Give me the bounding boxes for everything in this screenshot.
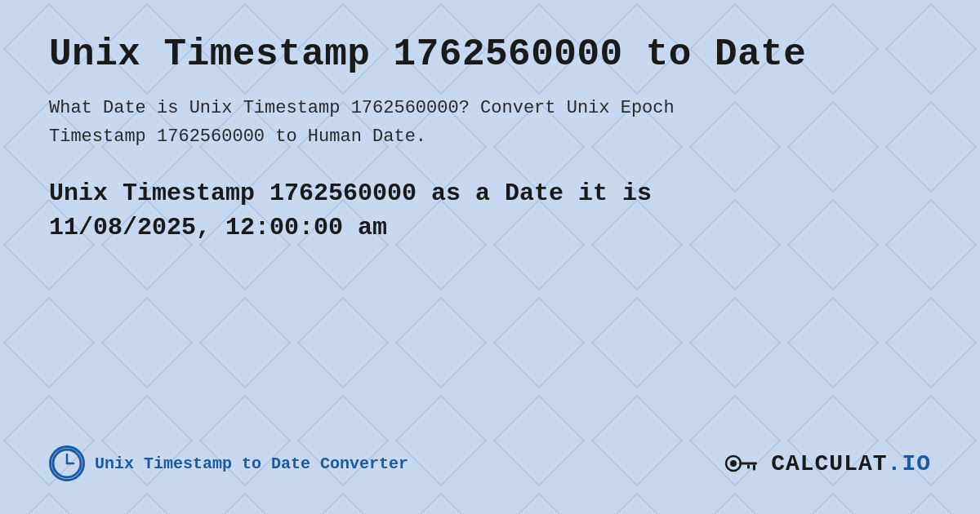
brand-name: CALCULAT.IO	[771, 451, 931, 476]
svg-point-9	[53, 450, 81, 477]
svg-rect-14	[739, 463, 757, 465]
brand-icon	[724, 447, 764, 480]
page-title: Unix Timestamp 1762560000 to Date	[49, 33, 931, 78]
svg-rect-15	[753, 465, 755, 471]
footer-converter-link[interactable]: Unix Timestamp to Date Converter	[49, 445, 408, 481]
svg-rect-16	[747, 465, 750, 469]
svg-point-13	[730, 460, 737, 467]
clock-icon	[49, 445, 85, 481]
page-description: What Date is Unix Timestamp 1762560000? …	[49, 94, 866, 151]
footer-label: Unix Timestamp to Date Converter	[95, 454, 408, 473]
brand-logo: CALCULAT.IO	[724, 447, 931, 480]
result-display: Unix Timestamp 1762560000 as a Date it i…	[49, 176, 931, 245]
